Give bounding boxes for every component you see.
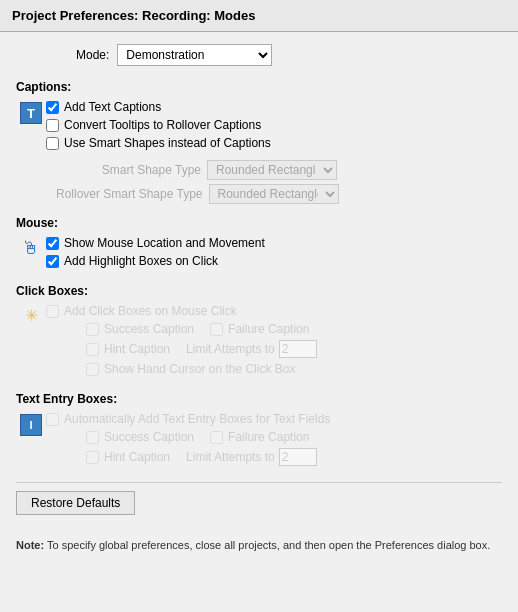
note: Note: To specify global preferences, clo… (16, 537, 502, 554)
add-text-captions-row: Add Text Captions (46, 100, 502, 114)
smart-shape-type-label: Smart Shape Type (56, 163, 201, 177)
text-entry-icon-row: I Automatically Add Text Entry Boxes for… (16, 412, 502, 470)
text-entry-hint-caption-label: Hint Caption (104, 450, 170, 464)
click-failure-caption-checkbox[interactable] (210, 323, 223, 336)
use-smart-shapes-row: Use Smart Shapes instead of Captions (46, 136, 502, 150)
click-hint-caption-label: Hint Caption (104, 342, 170, 356)
note-prefix: Note: (16, 539, 44, 551)
click-limit-input[interactable] (279, 340, 317, 358)
caption-icon-wrapper: T (16, 102, 46, 124)
captions-section: Captions: T Add Text Captions Convert To… (16, 80, 502, 204)
text-entry-section-label: Text Entry Boxes: (16, 392, 502, 406)
click-failure-caption-label: Failure Caption (228, 322, 309, 336)
click-limit-group: Limit Attempts to (186, 340, 317, 358)
text-entry-limit-input[interactable] (279, 448, 317, 466)
add-text-captions-label: Add Text Captions (64, 100, 161, 114)
click-success-caption-checkbox[interactable] (86, 323, 99, 336)
click-boxes-icon-row: ✳ Add Click Boxes on Mouse Click Success… (16, 304, 502, 380)
click-limit-label: Limit Attempts to (186, 342, 275, 356)
restore-defaults-button[interactable]: Restore Defaults (16, 491, 135, 515)
add-click-boxes-checkbox[interactable] (46, 305, 59, 318)
mode-label: Mode: (76, 48, 109, 62)
click-hint-limit-row: Hint Caption Limit Attempts to (86, 340, 502, 358)
show-mouse-location-label: Show Mouse Location and Movement (64, 236, 265, 250)
add-highlight-boxes-checkbox[interactable] (46, 255, 59, 268)
rollover-shape-type-select[interactable]: Rounded Rectangle (209, 184, 339, 204)
add-click-boxes-row: Add Click Boxes on Mouse Click (46, 304, 502, 318)
title-bar: Project Preferences: Recording: Modes (0, 0, 518, 32)
click-success-caption-label: Success Caption (104, 322, 194, 336)
text-entry-icon-wrapper: I (16, 414, 46, 436)
mode-select[interactable]: Demonstration Assessment Training Custom (117, 44, 272, 66)
click-boxes-section-label: Click Boxes: (16, 284, 502, 298)
show-hand-cursor-label: Show Hand Cursor on the Click Box (104, 362, 295, 376)
text-entry-success-caption-label: Success Caption (104, 430, 194, 444)
use-smart-shapes-checkbox[interactable] (46, 137, 59, 150)
mouse-icon: 🖱 (22, 238, 40, 259)
click-success-failure-row: Success Caption Failure Caption (86, 322, 502, 336)
captions-items: Add Text Captions Convert Tooltips to Ro… (46, 100, 502, 154)
mode-row: Mode: Demonstration Assessment Training … (76, 44, 502, 66)
rollover-shape-type-label: Rollover Smart Shape Type (56, 187, 203, 201)
text-entry-success-caption-row: Success Caption (86, 430, 194, 444)
add-highlight-boxes-row: Add Highlight Boxes on Click (46, 254, 502, 268)
text-entry-failure-caption-row: Failure Caption (210, 430, 309, 444)
mouse-icon-wrapper: 🖱 (16, 238, 46, 259)
auto-add-text-entry-label: Automatically Add Text Entry Boxes for T… (64, 412, 330, 426)
restore-defaults-wrapper: Restore Defaults (16, 491, 502, 527)
text-entry-hint-limit-row: Hint Caption Limit Attempts to (86, 448, 502, 466)
convert-tooltips-checkbox[interactable] (46, 119, 59, 132)
divider (16, 482, 502, 483)
show-mouse-location-checkbox[interactable] (46, 237, 59, 250)
click-hint-caption-row: Hint Caption (86, 342, 170, 356)
click-icon-wrapper: ✳ (16, 306, 46, 325)
text-entry-success-caption-checkbox[interactable] (86, 431, 99, 444)
text-entry-section: Text Entry Boxes: I Automatically Add Te… (16, 392, 502, 470)
window: Project Preferences: Recording: Modes Mo… (0, 0, 518, 612)
auto-add-text-entry-row: Automatically Add Text Entry Boxes for T… (46, 412, 502, 426)
convert-tooltips-label: Convert Tooltips to Rollover Captions (64, 118, 261, 132)
click-success-caption-row: Success Caption (86, 322, 194, 336)
window-title: Project Preferences: Recording: Modes (12, 8, 255, 23)
rollover-shape-type-row: Rollover Smart Shape Type Rounded Rectan… (56, 184, 502, 204)
click-boxes-section: Click Boxes: ✳ Add Click Boxes on Mouse … (16, 284, 502, 380)
add-text-captions-checkbox[interactable] (46, 101, 59, 114)
captions-t-icon: T (20, 102, 42, 124)
mouse-section: Mouse: 🖱 Show Mouse Location and Movemen… (16, 216, 502, 272)
mouse-icon-row: 🖱 Show Mouse Location and Movement Add H… (16, 236, 502, 272)
add-click-boxes-label: Add Click Boxes on Mouse Click (64, 304, 237, 318)
show-mouse-location-row: Show Mouse Location and Movement (46, 236, 502, 250)
mouse-items: Show Mouse Location and Movement Add Hig… (46, 236, 502, 272)
show-hand-cursor-checkbox[interactable] (86, 363, 99, 376)
text-entry-hint-caption-checkbox[interactable] (86, 451, 99, 464)
add-highlight-boxes-label: Add Highlight Boxes on Click (64, 254, 218, 268)
use-smart-shapes-label: Use Smart Shapes instead of Captions (64, 136, 271, 150)
text-entry-failure-caption-label: Failure Caption (228, 430, 309, 444)
text-entry-success-failure-row: Success Caption Failure Caption (86, 430, 502, 444)
smart-shape-type-row: Smart Shape Type Rounded Rectangle (56, 160, 502, 180)
text-entry-hint-caption-row: Hint Caption (86, 450, 170, 464)
text-entry-items: Automatically Add Text Entry Boxes for T… (46, 412, 502, 470)
click-star-icon: ✳ (25, 306, 38, 325)
click-boxes-items: Add Click Boxes on Mouse Click Success C… (46, 304, 502, 380)
text-entry-limit-group: Limit Attempts to (186, 448, 317, 466)
text-entry-limit-label: Limit Attempts to (186, 450, 275, 464)
captions-icon-row: T Add Text Captions Convert Tooltips to … (16, 100, 502, 154)
captions-section-label: Captions: (16, 80, 502, 94)
convert-tooltips-row: Convert Tooltips to Rollover Captions (46, 118, 502, 132)
auto-add-text-entry-checkbox[interactable] (46, 413, 59, 426)
mouse-section-label: Mouse: (16, 216, 502, 230)
smart-shape-type-select[interactable]: Rounded Rectangle (207, 160, 337, 180)
show-hand-cursor-row: Show Hand Cursor on the Click Box (86, 362, 502, 376)
note-text: To specify global preferences, close all… (44, 539, 490, 551)
text-entry-failure-caption-checkbox[interactable] (210, 431, 223, 444)
text-entry-i-icon: I (20, 414, 42, 436)
click-failure-caption-row: Failure Caption (210, 322, 309, 336)
click-hint-caption-checkbox[interactable] (86, 343, 99, 356)
